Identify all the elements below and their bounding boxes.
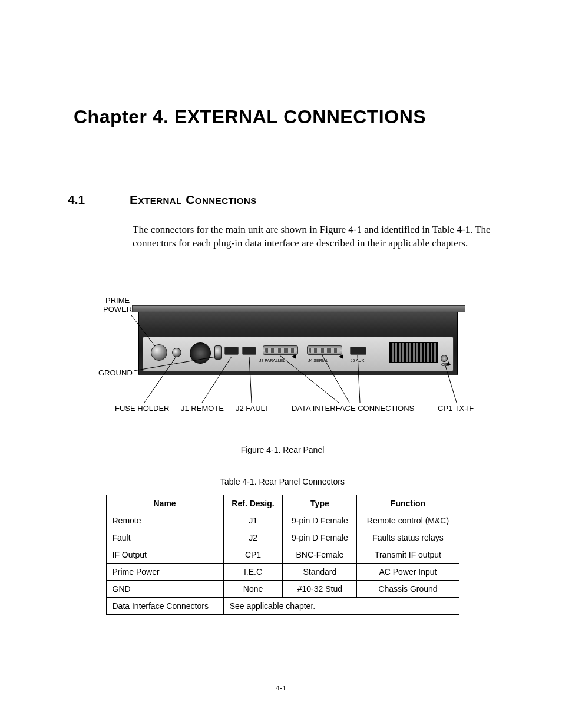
callout-cp1-txif: CP1 TX-IF bbox=[438, 404, 474, 413]
ground-stud-icon bbox=[214, 345, 222, 360]
chapter-title: Chapter 4. EXTERNAL CONNECTIONS bbox=[74, 106, 497, 128]
cell-note: See applicable chapter. bbox=[223, 597, 459, 614]
callout-text: PRIME POWER bbox=[103, 296, 132, 314]
j5-aux-port bbox=[350, 347, 366, 355]
table-row: GND None #10-32 Stud Chassis Ground bbox=[106, 580, 459, 597]
table-header-row: Name Ref. Desig. Type Function bbox=[106, 495, 459, 512]
cell-type: #10-32 Stud bbox=[283, 580, 357, 597]
cell-type: 9-pin D Female bbox=[283, 512, 357, 529]
section-heading: 4.1 External Connections bbox=[68, 193, 497, 207]
cell-ref: None bbox=[223, 580, 283, 597]
cell-func: AC Power Input bbox=[357, 563, 459, 580]
col-name: Name bbox=[106, 495, 223, 512]
col-ref: Ref. Desig. bbox=[223, 495, 283, 512]
port-label-j3: J3 PARALLEL bbox=[259, 358, 285, 363]
col-type: Type bbox=[283, 495, 357, 512]
cell-func: Faults status relays bbox=[357, 529, 459, 546]
callout-j2-fault: J2 FAULT bbox=[236, 404, 269, 413]
table-row: Remote J1 9-pin D Female Remote control … bbox=[106, 512, 459, 529]
section-number: 4.1 bbox=[68, 193, 130, 207]
j2-fault-port bbox=[242, 347, 256, 355]
power-inlet-icon bbox=[151, 344, 167, 361]
connectors-table: Name Ref. Desig. Type Function Remote J1… bbox=[106, 495, 459, 615]
cell-ref: J2 bbox=[223, 529, 283, 546]
port-label-j5: J5 AUX bbox=[351, 358, 364, 363]
cell-type: Standard bbox=[283, 563, 357, 580]
figure-caption: Figure 4-1. Rear Panel bbox=[68, 445, 497, 454]
j4-serial-port bbox=[307, 345, 342, 355]
j3-parallel-port bbox=[263, 345, 298, 355]
port-label-j4: J4 SERIAL bbox=[308, 358, 328, 363]
cell-type: 9-pin D Female bbox=[283, 529, 357, 546]
callout-ground: GROUND bbox=[98, 368, 133, 377]
cell-func: Remote control (M&C) bbox=[357, 512, 459, 529]
table-row: Prime Power I.E.C Standard AC Power Inpu… bbox=[106, 563, 459, 580]
cell-name: Fault bbox=[106, 529, 223, 546]
page-number: 4-1 bbox=[0, 683, 562, 693]
j1-remote-port bbox=[224, 347, 239, 355]
cell-func: Transmit IF output bbox=[357, 546, 459, 563]
callout-fuse-holder: FUSE HOLDER bbox=[115, 404, 169, 413]
section-name: External Connections bbox=[130, 193, 257, 207]
cell-type: BNC-Female bbox=[283, 546, 357, 563]
cell-ref: J1 bbox=[223, 512, 283, 529]
callout-prime-power: PRIME POWER bbox=[103, 297, 132, 314]
vent-grille-icon bbox=[389, 342, 438, 363]
fan-icon bbox=[190, 342, 211, 364]
cell-name: Remote bbox=[106, 512, 223, 529]
table-caption: Table 4-1. Rear Panel Connectors bbox=[68, 477, 497, 486]
cell-func: Chassis Ground bbox=[357, 580, 459, 597]
cell-name: Data Interface Connectors bbox=[106, 597, 223, 614]
device-chassis bbox=[138, 309, 458, 375]
callout-j1-remote: J1 REMOTE bbox=[181, 404, 224, 413]
cell-name: GND bbox=[106, 580, 223, 597]
callout-data-interface: DATA INTERFACE CONNECTIONS bbox=[292, 404, 414, 413]
cell-ref: I.E.C bbox=[223, 563, 283, 580]
figure-rear-panel: J3 PARALLEL J4 SERIAL J5 AUX CP1 PRIME P… bbox=[68, 286, 497, 433]
table-row-last: Data Interface Connectors See applicable… bbox=[106, 597, 459, 614]
cell-ref: CP1 bbox=[223, 546, 283, 563]
table-row: IF Output CP1 BNC-Female Transmit IF out… bbox=[106, 546, 459, 563]
port-label-cp1: CP1 bbox=[441, 363, 449, 367]
cell-name: Prime Power bbox=[106, 563, 223, 580]
fuse-holder-icon bbox=[172, 348, 181, 357]
col-func: Function bbox=[357, 495, 459, 512]
table-row: Fault J2 9-pin D Female Faults status re… bbox=[106, 529, 459, 546]
cp1-bnc-icon bbox=[441, 355, 448, 362]
document-page: Chapter 4. EXTERNAL CONNECTIONS 4.1 Exte… bbox=[0, 0, 562, 728]
body-paragraph: The connectors for the main unit are sho… bbox=[133, 223, 497, 251]
cell-name: IF Output bbox=[106, 546, 223, 563]
